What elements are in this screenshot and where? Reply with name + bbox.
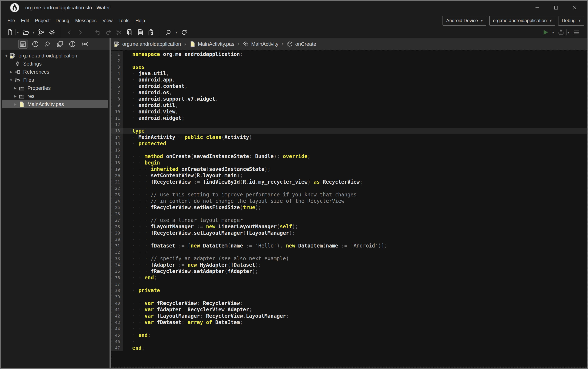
gutter-line-number[interactable]: 37 xyxy=(111,281,123,287)
tree-item-org-me-androidapplication[interactable]: ▼org.me.androidapplication xyxy=(1,52,110,60)
gutter-line-number[interactable]: 36 xyxy=(111,275,123,281)
gutter-line-number[interactable]: 12 xyxy=(111,121,123,128)
code-line-text[interactable]: · · var fLayoutManager: RecyclerView.Lay… xyxy=(123,313,289,319)
gutter-line-number[interactable]: 24 xyxy=(111,198,123,204)
refresh-button[interactable] xyxy=(180,28,188,36)
code-line-text[interactable]: · · · fRecyclerView := findViewById(R.id… xyxy=(123,179,363,185)
gutter-line-number[interactable]: 16 xyxy=(111,147,123,153)
gutter-line-number[interactable]: 3 xyxy=(111,64,123,70)
code-line-29[interactable]: 29· · · fRecyclerView.setLayoutManager(f… xyxy=(111,230,587,236)
tree-item-res[interactable]: ▶res xyxy=(1,92,110,100)
deploy-dropdown[interactable]: ▾ xyxy=(566,29,569,35)
code-line-38[interactable]: 38· private xyxy=(111,287,587,294)
gutter-line-number[interactable]: 20 xyxy=(111,172,123,179)
code-line-26[interactable]: 26· · · xyxy=(111,211,587,217)
gutter-line-number[interactable]: 7 xyxy=(111,89,123,96)
code-line-40[interactable]: 40· · var fRecyclerView: RecyclerView; xyxy=(111,300,587,307)
project-graph-button[interactable] xyxy=(37,28,45,36)
gutter-line-number[interactable]: 47 xyxy=(111,345,123,351)
code-line-45[interactable]: 45· end; xyxy=(111,332,587,338)
code-line-text[interactable]: · · xyxy=(123,281,141,287)
code-line-text[interactable]: · android.util, xyxy=(123,102,179,108)
tab-search[interactable] xyxy=(43,40,52,49)
code-line-text[interactable]: · java.util, xyxy=(123,71,169,76)
code-line-text[interactable]: · · · fDataset := [new DataItem(name := … xyxy=(123,243,387,249)
copy-button[interactable] xyxy=(126,28,134,36)
code-line-11[interactable]: 11· android.widget; xyxy=(111,115,587,121)
gutter-line-number[interactable]: 35 xyxy=(111,268,123,275)
gutter-line-number[interactable]: 38 xyxy=(111,287,123,294)
code-line-text[interactable]: · · · // specify an adapter (see also ne… xyxy=(123,256,289,262)
tab-solution-explorer[interactable] xyxy=(19,40,27,49)
menu-view[interactable]: View xyxy=(100,17,115,25)
code-line-text[interactable]: · · var fRecyclerView: RecyclerView; xyxy=(123,300,243,306)
code-line-text[interactable]: · · · fLayoutManager := new LinearLayout… xyxy=(123,224,298,230)
code-line-23[interactable]: 23· · · // use this setting to improve p… xyxy=(111,192,587,198)
open-button[interactable] xyxy=(22,28,30,36)
new-file-button[interactable] xyxy=(6,28,14,36)
code-line-44[interactable]: 44· · xyxy=(111,326,587,332)
collapsed-arrow-icon[interactable]: ▶ xyxy=(8,70,14,74)
gutter-line-number[interactable]: 15 xyxy=(111,141,123,147)
breadcrumb-item-mainactivity[interactable]: MainActivity xyxy=(243,41,278,47)
code-line-21[interactable]: 21· · · fRecyclerView := findViewById(R.… xyxy=(111,179,587,185)
clipboard-button[interactable] xyxy=(147,28,155,36)
project-selector[interactable]: org.me.androidapplication ▾ xyxy=(489,16,555,26)
tree-item-mainactivity-pas[interactable]: ▶MainActivity.pas xyxy=(2,100,108,108)
code-line-text[interactable]: uses xyxy=(123,64,145,70)
code-line-text[interactable]: · private xyxy=(123,287,160,293)
code-line-25[interactable]: 25· · · fRecyclerView.setHasFixedSize(tr… xyxy=(111,204,587,211)
code-line-text[interactable]: · · · xyxy=(123,249,148,255)
code-line-16[interactable]: 16 xyxy=(111,147,587,153)
collapsed-arrow-icon[interactable]: ▶ xyxy=(12,102,18,106)
code-line-32[interactable]: 32· · · xyxy=(111,249,587,255)
code-line-4[interactable]: 4· java.util, xyxy=(111,70,587,77)
code-line-text[interactable]: · · xyxy=(123,326,141,332)
gutter-line-number[interactable]: 9 xyxy=(111,102,123,109)
code-line-text[interactable]: · · · // use a linear layout manager xyxy=(123,217,243,223)
gutter-line-number[interactable]: 21 xyxy=(111,179,123,185)
gutter-line-number[interactable]: 30 xyxy=(111,236,123,243)
gutter-line-number[interactable]: 1 xyxy=(111,51,123,57)
code-line-5[interactable]: 5· android.app, xyxy=(111,77,587,83)
gutter-line-number[interactable]: 44 xyxy=(111,326,123,332)
menu-debug[interactable]: Debug xyxy=(52,17,72,25)
code-line-12[interactable]: 12 xyxy=(111,121,587,128)
tab-issues[interactable] xyxy=(68,40,77,49)
paste-button[interactable] xyxy=(136,28,144,36)
breadcrumb-item-mainactivity-pas[interactable]: MainActivity.pas xyxy=(189,41,234,47)
maximize-button[interactable] xyxy=(553,4,559,11)
menu-messages[interactable]: Messages xyxy=(72,17,100,25)
code-line-text[interactable]: · android.view, xyxy=(123,109,179,115)
menu-edit[interactable]: Edit xyxy=(18,17,32,25)
code-line-text[interactable]: · · · xyxy=(123,211,148,217)
code-line-text[interactable]: · android.widget; xyxy=(123,115,185,121)
code-line-37[interactable]: 37· · xyxy=(111,281,587,287)
gutter-line-number[interactable]: 6 xyxy=(111,83,123,89)
code-line-text[interactable]: · · · xyxy=(123,236,148,242)
code-line-30[interactable]: 30· · · xyxy=(111,236,587,243)
menu-file[interactable]: File xyxy=(4,17,18,25)
code-line-text[interactable]: · MainActivity = public class(Activity) xyxy=(123,134,252,140)
code-line-1[interactable]: 1namespace org.me.androidapplication; xyxy=(111,51,587,57)
code-line-36[interactable]: 36· · end; xyxy=(111,275,587,281)
expanded-arrow-icon[interactable]: ▼ xyxy=(4,54,9,58)
code-line-17[interactable]: 17· · method onCreate(savedInstanceState… xyxy=(111,153,587,160)
code-line-8[interactable]: 8· android.support.v7.widget, xyxy=(111,96,587,102)
code-line-text[interactable]: · · · inherited onCreate(savedInstanceSt… xyxy=(123,166,270,172)
code-line-text[interactable]: type xyxy=(123,128,145,134)
gutter-line-number[interactable]: 45 xyxy=(111,332,123,338)
code-line-47[interactable]: 47end. xyxy=(111,345,587,351)
code-line-text[interactable]: · · · fRecyclerView.setHasFixedSize(true… xyxy=(123,205,261,210)
code-line-22[interactable]: 22· · · xyxy=(111,185,587,192)
code-line-text[interactable]: · · · xyxy=(123,185,148,191)
gutter-line-number[interactable]: 32 xyxy=(111,249,123,255)
code-line-3[interactable]: 3uses xyxy=(111,64,587,70)
open-dropdown[interactable]: ▾ xyxy=(31,29,34,35)
config-selector[interactable]: Debug ▾ xyxy=(558,16,584,26)
code-line-2[interactable]: 2 xyxy=(111,57,587,64)
code-line-6[interactable]: 6· android.content, xyxy=(111,83,587,89)
code-line-13[interactable]: 13type xyxy=(111,128,587,134)
tab-jump[interactable] xyxy=(80,40,89,49)
code-line-text[interactable]: · xyxy=(123,338,135,345)
